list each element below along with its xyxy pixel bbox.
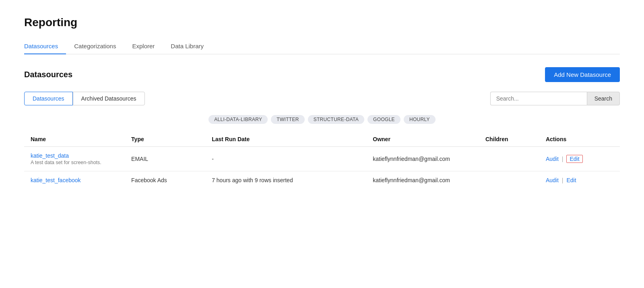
sub-tabs: Datasources Archived Datasources	[24, 92, 145, 105]
add-new-datasource-button[interactable]: Add New Datasource	[545, 67, 620, 82]
sub-tab-datasources[interactable]: Datasources	[24, 92, 73, 105]
col-header-name: Name	[24, 132, 125, 147]
audit-link-2[interactable]: Audit	[546, 177, 559, 183]
tag-hourly: HOURLY	[404, 115, 436, 124]
section-title: Datasources	[24, 70, 72, 79]
col-header-actions: Actions	[539, 132, 620, 147]
edit-link-2[interactable]: Edit	[566, 177, 576, 183]
section-header: Datasources Add New Datasource	[24, 67, 620, 82]
col-header-owner: Owner	[366, 132, 479, 147]
tab-explorer[interactable]: Explorer	[124, 39, 163, 54]
tag-structure: STRUCTURE-DATA	[308, 115, 364, 124]
datasource-desc-1: A test data set for screen-shots.	[31, 160, 118, 165]
cell-actions-2: Audit | Edit	[539, 171, 620, 189]
col-header-last-run: Last Run Date	[205, 132, 366, 147]
cell-name-1: katie_test_data A test data set for scre…	[24, 147, 125, 171]
cell-actions-1: Audit | Edit	[539, 147, 620, 171]
table-row: katie_test_facebook Facebook Ads 7 hours…	[24, 171, 620, 189]
cell-lastrun-1: -	[205, 147, 366, 171]
search-input[interactable]	[490, 92, 587, 105]
search-area: Search	[490, 92, 620, 105]
datasource-link-1[interactable]: katie_test_data	[31, 152, 69, 159]
cell-children-2	[479, 171, 539, 189]
sub-tabs-row: Datasources Archived Datasources Search	[24, 92, 620, 105]
col-header-children: Children	[479, 132, 539, 147]
table-row: katie_test_data A test data set for scre…	[24, 147, 620, 171]
cell-name-2: katie_test_facebook	[24, 171, 125, 189]
action-sep-1: |	[562, 156, 564, 162]
cell-type-1: EMAIL	[125, 147, 205, 171]
cell-children-1	[479, 147, 539, 171]
audit-link-1[interactable]: Audit	[546, 156, 559, 162]
cell-owner-1: katieflynnfriedman@gmail.com	[366, 147, 479, 171]
tab-categorizations[interactable]: Categorizations	[66, 39, 124, 54]
tags-row: ALLI-DATA-LIBRARY TWITTER STRUCTURE-DATA…	[24, 115, 620, 124]
tag-alli: ALLI-DATA-LIBRARY	[208, 115, 268, 124]
sub-tab-archived[interactable]: Archived Datasources	[73, 92, 145, 105]
tag-google: GOOGLE	[367, 115, 400, 124]
cell-owner-2: katieflynnfriedman@gmail.com	[366, 171, 479, 189]
datasources-table: Name Type Last Run Date Owner Children A…	[24, 132, 620, 189]
tab-data-library[interactable]: Data Library	[163, 39, 212, 54]
tag-twitter: TWITTER	[271, 115, 304, 124]
tab-datasources[interactable]: Datasources	[24, 39, 66, 54]
cell-lastrun-2: 7 hours ago with 9 rows inserted	[205, 171, 366, 189]
datasource-link-2[interactable]: katie_test_facebook	[31, 177, 81, 183]
action-sep-2: |	[562, 177, 564, 183]
col-header-type: Type	[125, 132, 205, 147]
cell-type-2: Facebook Ads	[125, 171, 205, 189]
page-title: Reporting	[24, 16, 620, 29]
main-nav: Datasources Categorizations Explorer Dat…	[24, 39, 620, 54]
search-button[interactable]: Search	[587, 92, 620, 105]
edit-link-1[interactable]: Edit	[566, 155, 582, 163]
